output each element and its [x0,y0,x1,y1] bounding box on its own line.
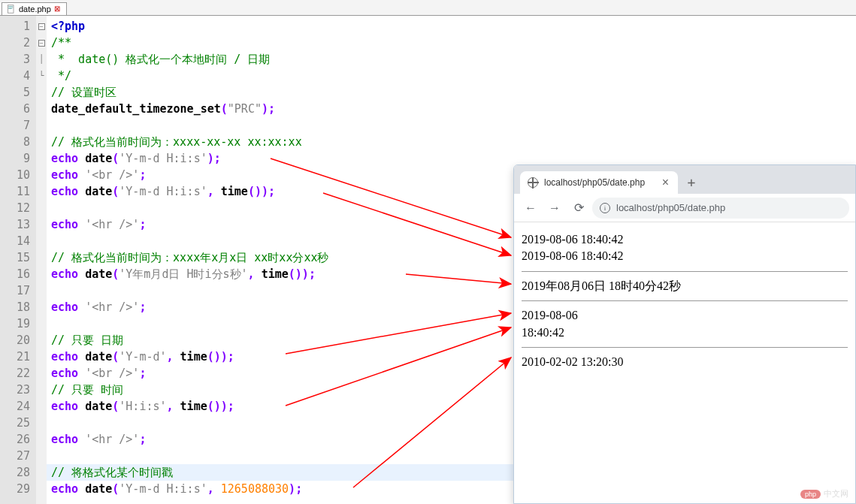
file-icon [7,5,16,14]
browser-toolbar: ← → ⟳ i localhost/php05/date.php [514,194,855,222]
watermark-logo: php [800,490,821,499]
svg-rect-3 [8,8,12,9]
tab-close-icon[interactable]: ⊠ [54,5,62,13]
browser-viewport: 2019-08-06 18:40:422019-08-06 18:40:4220… [514,222,855,379]
close-icon[interactable]: × [661,176,670,189]
new-tab-button[interactable]: + [681,171,702,192]
back-button[interactable]: ← [520,198,541,219]
svg-rect-1 [8,6,13,7]
editor-tab-bar: date.php ⊠ [0,0,856,16]
reload-button[interactable]: ⟳ [568,198,589,219]
site-info-icon[interactable]: i [600,203,610,213]
forward-button[interactable]: → [544,198,565,219]
browser-tab-strip: localhost/php05/date.php × + [514,165,855,194]
watermark-text: 中文网 [824,489,848,498]
favicon-globe-icon [528,177,538,188]
browser-tab[interactable]: localhost/php05/date.php × [520,171,678,194]
svg-rect-2 [8,8,13,8]
url-text: localhost/php05/date.php [616,202,725,213]
line-number-gutter: 1234567891011121314151617181920212223242… [0,16,36,504]
file-tab[interactable]: date.php ⊠ [2,2,67,15]
address-bar[interactable]: i localhost/php05/date.php [592,198,849,219]
watermark: php中文网 [800,488,848,499]
tab-filename: date.php [19,5,51,14]
browser-window: localhost/php05/date.php × + ← → ⟳ i loc… [513,164,856,504]
fold-column: −−│└ [36,16,47,504]
browser-tab-title: localhost/php05/date.php [544,177,655,188]
